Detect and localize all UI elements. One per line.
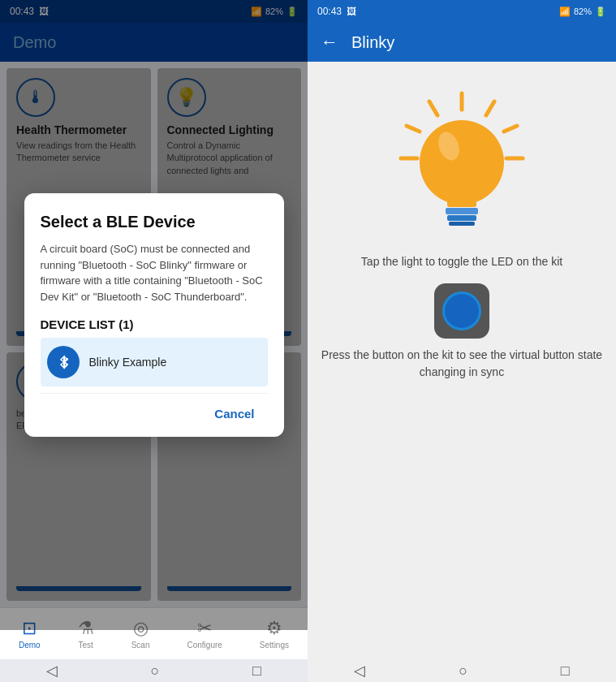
modal-actions: Cancel	[41, 393, 268, 437]
right-content: Tap the light to toggle the LED on the k…	[308, 62, 616, 659]
left-panel: 00:43 🖼 📶 82% 🔋 Demo 🌡 Health Thermomete…	[0, 0, 308, 682]
title-bar-right: ← Blinky	[308, 23, 616, 62]
svg-line-5	[407, 126, 420, 132]
nav-label-demo: Demo	[19, 641, 41, 650]
sys-nav-bar-right: ◁ ○ □	[308, 659, 616, 682]
status-bar-right: 00:43 🖼 📶 82% 🔋	[308, 0, 616, 23]
device-name: Blinky Example	[89, 356, 167, 369]
photo-icon-right: 🖼	[347, 6, 356, 17]
svg-point-7	[420, 120, 504, 205]
battery-right: 82%	[574, 6, 592, 16]
modal-description: A circuit board (SoC) must be connected …	[41, 241, 268, 304]
device-list-header: DEVICE LIST (1)	[41, 317, 268, 331]
svg-line-2	[504, 126, 517, 132]
light-bulb-svg[interactable]	[381, 81, 543, 244]
svg-rect-12	[449, 222, 475, 226]
back-arrow-button[interactable]: ←	[321, 32, 338, 53]
modal-overlay: Select a BLE Device A circuit board (SoC…	[0, 0, 308, 630]
bluetooth-icon	[47, 346, 80, 378]
virtual-button[interactable]	[434, 283, 489, 339]
svg-rect-9	[447, 199, 476, 207]
signal-icon-right: 📶	[559, 6, 571, 17]
button-area: Press the button on the kit to see the v…	[321, 283, 603, 381]
back-sys-icon-right[interactable]: ◁	[354, 662, 365, 680]
back-sys-icon-left[interactable]: ◁	[46, 662, 58, 680]
device-list-item[interactable]: Blinky Example	[41, 338, 268, 386]
nav-label-settings: Settings	[260, 641, 289, 650]
light-bulb-area[interactable]: Tap the light to toggle the LED on the k…	[361, 81, 562, 270]
light-caption: Tap the light to toggle the LED on the k…	[361, 253, 562, 270]
page-title-right: Blinky	[351, 33, 394, 52]
recents-sys-icon-right[interactable]: □	[561, 663, 570, 680]
right-panel: 00:43 🖼 📶 82% 🔋 ← Blinky	[308, 0, 616, 682]
home-sys-icon-left[interactable]: ○	[151, 663, 160, 680]
svg-rect-10	[446, 208, 478, 214]
nav-label-scan: Scan	[131, 641, 150, 650]
battery-icon-right: 🔋	[595, 6, 606, 17]
modal-title: Select a BLE Device	[41, 213, 268, 231]
nav-label-configure: Configure	[187, 641, 222, 650]
svg-line-4	[429, 101, 437, 115]
recents-sys-icon-left[interactable]: □	[252, 663, 261, 680]
time-right: 00:43	[317, 6, 342, 17]
button-caption: Press the button on the kit to see the v…	[321, 347, 603, 381]
home-sys-icon-right[interactable]: ○	[459, 663, 467, 680]
virtual-button-inner	[442, 291, 481, 330]
svg-line-1	[486, 101, 494, 115]
ble-device-modal: Select a BLE Device A circuit board (SoC…	[24, 193, 284, 437]
nav-label-test: Test	[79, 641, 93, 650]
sys-nav-bar-left: ◁ ○ □	[0, 659, 308, 682]
svg-rect-11	[447, 215, 476, 221]
cancel-button[interactable]: Cancel	[201, 400, 267, 427]
